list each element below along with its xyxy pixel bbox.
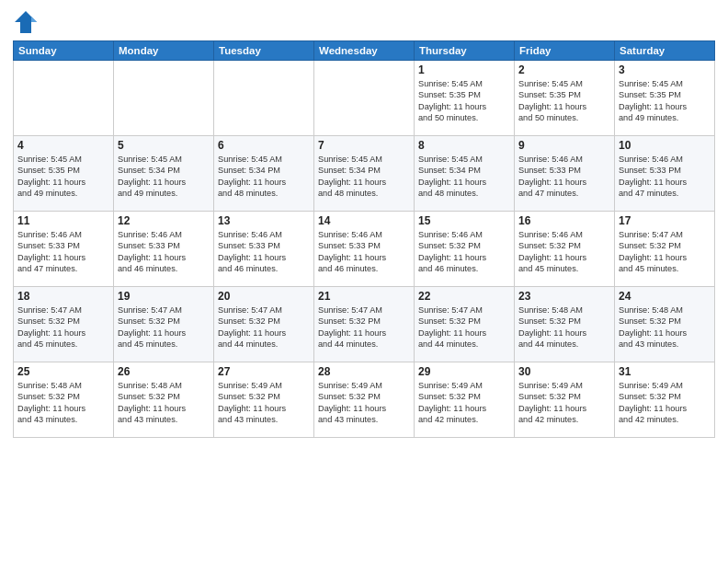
calendar-cell: 4Sunrise: 5:45 AM Sunset: 5:35 PM Daylig… [14,136,114,212]
day-number: 3 [619,63,711,76]
calendar-header-tuesday: Tuesday [214,41,314,61]
calendar-cell: 2Sunrise: 5:45 AM Sunset: 5:35 PM Daylig… [515,61,615,136]
calendar-cell: 10Sunrise: 5:46 AM Sunset: 5:33 PM Dayli… [615,136,715,212]
day-number: 8 [418,139,510,152]
day-detail: Sunrise: 5:47 AM Sunset: 5:32 PM Dayligh… [418,304,510,350]
calendar-cell: 30Sunrise: 5:49 AM Sunset: 5:32 PM Dayli… [515,362,615,438]
day-number: 4 [17,139,109,152]
calendar-week-4: 25Sunrise: 5:48 AM Sunset: 5:32 PM Dayli… [14,362,715,438]
calendar-cell: 17Sunrise: 5:47 AM Sunset: 5:32 PM Dayli… [615,212,715,287]
calendar-week-0: 1Sunrise: 5:45 AM Sunset: 5:35 PM Daylig… [14,61,715,136]
calendar-header-wednesday: Wednesday [314,41,415,61]
calendar-cell: 20Sunrise: 5:47 AM Sunset: 5:32 PM Dayli… [214,287,314,362]
day-number: 25 [17,365,109,378]
day-detail: Sunrise: 5:45 AM Sunset: 5:35 PM Dayligh… [17,154,109,200]
day-number: 5 [118,139,210,152]
day-number: 11 [17,214,109,227]
svg-marker-1 [31,17,37,22]
day-number: 20 [218,290,310,303]
calendar-header-row: SundayMondayTuesdayWednesdayThursdayFrid… [14,41,715,61]
day-detail: Sunrise: 5:49 AM Sunset: 5:32 PM Dayligh… [518,380,610,426]
calendar-cell: 26Sunrise: 5:48 AM Sunset: 5:32 PM Dayli… [114,362,214,438]
day-detail: Sunrise: 5:48 AM Sunset: 5:32 PM Dayligh… [17,380,109,426]
logo-icon [13,9,39,35]
calendar-cell [314,61,415,136]
calendar-cell: 7Sunrise: 5:45 AM Sunset: 5:34 PM Daylig… [314,136,415,212]
calendar-cell: 24Sunrise: 5:48 AM Sunset: 5:32 PM Dayli… [615,287,715,362]
calendar-cell: 25Sunrise: 5:48 AM Sunset: 5:32 PM Dayli… [14,362,114,438]
day-detail: Sunrise: 5:48 AM Sunset: 5:32 PM Dayligh… [619,304,711,350]
day-number: 24 [619,290,711,303]
day-number: 9 [518,139,610,152]
day-detail: Sunrise: 5:47 AM Sunset: 5:32 PM Dayligh… [619,229,711,275]
calendar-cell: 8Sunrise: 5:45 AM Sunset: 5:34 PM Daylig… [415,136,515,212]
calendar-week-1: 4Sunrise: 5:45 AM Sunset: 5:35 PM Daylig… [14,136,715,212]
day-detail: Sunrise: 5:46 AM Sunset: 5:33 PM Dayligh… [619,154,711,200]
day-detail: Sunrise: 5:46 AM Sunset: 5:33 PM Dayligh… [518,154,610,200]
day-detail: Sunrise: 5:47 AM Sunset: 5:32 PM Dayligh… [118,304,210,350]
calendar-week-3: 18Sunrise: 5:47 AM Sunset: 5:32 PM Dayli… [14,287,715,362]
day-detail: Sunrise: 5:49 AM Sunset: 5:32 PM Dayligh… [218,380,310,426]
calendar-cell: 21Sunrise: 5:47 AM Sunset: 5:32 PM Dayli… [314,287,415,362]
day-number: 19 [118,290,210,303]
day-number: 31 [619,365,711,378]
calendar-header-thursday: Thursday [415,41,515,61]
calendar-cell: 23Sunrise: 5:48 AM Sunset: 5:32 PM Dayli… [515,287,615,362]
day-number: 29 [418,365,510,378]
day-number: 23 [518,290,610,303]
day-detail: Sunrise: 5:47 AM Sunset: 5:32 PM Dayligh… [17,304,109,350]
day-number: 7 [318,139,410,152]
day-number: 10 [619,139,711,152]
day-detail: Sunrise: 5:46 AM Sunset: 5:33 PM Dayligh… [17,229,109,275]
calendar-cell [214,61,314,136]
day-detail: Sunrise: 5:46 AM Sunset: 5:32 PM Dayligh… [418,229,510,275]
day-detail: Sunrise: 5:48 AM Sunset: 5:32 PM Dayligh… [518,304,610,350]
day-number: 12 [118,214,210,227]
day-number: 18 [17,290,109,303]
day-number: 27 [218,365,310,378]
calendar-table: SundayMondayTuesdayWednesdayThursdayFrid… [13,40,715,438]
calendar-cell: 3Sunrise: 5:45 AM Sunset: 5:35 PM Daylig… [615,61,715,136]
calendar-header-sunday: Sunday [14,41,114,61]
calendar-cell: 11Sunrise: 5:46 AM Sunset: 5:33 PM Dayli… [14,212,114,287]
calendar-cell: 27Sunrise: 5:49 AM Sunset: 5:32 PM Dayli… [214,362,314,438]
day-detail: Sunrise: 5:48 AM Sunset: 5:32 PM Dayligh… [118,380,210,426]
calendar-header-friday: Friday [515,41,615,61]
day-number: 16 [518,214,610,227]
calendar-cell: 22Sunrise: 5:47 AM Sunset: 5:32 PM Dayli… [415,287,515,362]
day-number: 2 [518,63,610,76]
day-detail: Sunrise: 5:46 AM Sunset: 5:32 PM Dayligh… [518,229,610,275]
calendar-header-monday: Monday [114,41,214,61]
calendar-cell: 19Sunrise: 5:47 AM Sunset: 5:32 PM Dayli… [114,287,214,362]
calendar-cell: 28Sunrise: 5:49 AM Sunset: 5:32 PM Dayli… [314,362,415,438]
calendar-cell: 12Sunrise: 5:46 AM Sunset: 5:33 PM Dayli… [114,212,214,287]
day-number: 14 [318,214,410,227]
calendar-cell: 16Sunrise: 5:46 AM Sunset: 5:32 PM Dayli… [515,212,615,287]
calendar-cell: 15Sunrise: 5:46 AM Sunset: 5:32 PM Dayli… [415,212,515,287]
calendar-cell: 14Sunrise: 5:46 AM Sunset: 5:33 PM Dayli… [314,212,415,287]
calendar-page: SundayMondayTuesdayWednesdayThursdayFrid… [0,0,728,563]
calendar-cell: 29Sunrise: 5:49 AM Sunset: 5:32 PM Dayli… [415,362,515,438]
calendar-cell: 6Sunrise: 5:45 AM Sunset: 5:34 PM Daylig… [214,136,314,212]
day-number: 30 [518,365,610,378]
day-detail: Sunrise: 5:49 AM Sunset: 5:32 PM Dayligh… [418,380,510,426]
day-number: 13 [218,214,310,227]
day-detail: Sunrise: 5:46 AM Sunset: 5:33 PM Dayligh… [218,229,310,275]
day-detail: Sunrise: 5:45 AM Sunset: 5:34 PM Dayligh… [218,154,310,200]
day-detail: Sunrise: 5:46 AM Sunset: 5:33 PM Dayligh… [118,229,210,275]
day-number: 22 [418,290,510,303]
day-detail: Sunrise: 5:45 AM Sunset: 5:34 PM Dayligh… [418,154,510,200]
day-detail: Sunrise: 5:45 AM Sunset: 5:34 PM Dayligh… [318,154,410,200]
day-detail: Sunrise: 5:46 AM Sunset: 5:33 PM Dayligh… [318,229,410,275]
calendar-cell: 9Sunrise: 5:46 AM Sunset: 5:33 PM Daylig… [515,136,615,212]
calendar-cell: 1Sunrise: 5:45 AM Sunset: 5:35 PM Daylig… [415,61,515,136]
day-detail: Sunrise: 5:45 AM Sunset: 5:35 PM Dayligh… [518,78,610,124]
day-number: 15 [418,214,510,227]
day-number: 17 [619,214,711,227]
day-number: 1 [418,63,510,76]
logo [13,9,42,35]
calendar-cell: 31Sunrise: 5:49 AM Sunset: 5:32 PM Dayli… [615,362,715,438]
calendar-cell: 5Sunrise: 5:45 AM Sunset: 5:34 PM Daylig… [114,136,214,212]
calendar-header-saturday: Saturday [615,41,715,61]
day-detail: Sunrise: 5:47 AM Sunset: 5:32 PM Dayligh… [318,304,410,350]
